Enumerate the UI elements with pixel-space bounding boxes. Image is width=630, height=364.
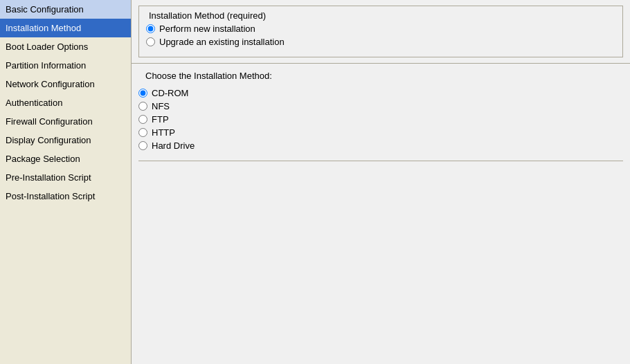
- radio-method-cdrom[interactable]: [138, 89, 147, 98]
- radio-label-method-http[interactable]: HTTP: [138, 127, 623, 138]
- radio-label-opt-upgrade[interactable]: Upgrade an existing installation: [146, 37, 615, 47]
- radio-opt-new[interactable]: [146, 24, 155, 33]
- radio-label-opt-new[interactable]: Perform new installation: [146, 24, 615, 34]
- sidebar-item-authentication[interactable]: Authentication: [0, 93, 131, 112]
- sidebar-item-firewall-configuration[interactable]: Firewall Configuration: [0, 112, 131, 131]
- installation-method-group: CD-ROMNFSFTPHTTPHard Drive: [138, 85, 623, 154]
- choose-method-section: Choose the Installation Method: CD-ROMNF…: [132, 71, 630, 154]
- radio-label-method-cdrom[interactable]: CD-ROM: [138, 88, 623, 98]
- choose-method-title: Choose the Installation Method:: [145, 71, 616, 81]
- app-container: Basic ConfigurationInstallation MethodBo…: [0, 0, 630, 364]
- radio-text-opt-upgrade: Upgrade an existing installation: [159, 37, 285, 47]
- sidebar-item-package-selection[interactable]: Package Selection: [0, 149, 131, 168]
- radio-text-method-nfs: NFS: [152, 101, 170, 111]
- sidebar-item-post-installation-script[interactable]: Post-Installation Script: [0, 187, 131, 206]
- sidebar: Basic ConfigurationInstallation MethodBo…: [0, 0, 132, 364]
- radio-text-method-http: HTTP: [152, 127, 175, 138]
- radio-label-method-ftp[interactable]: FTP: [138, 114, 623, 125]
- sidebar-item-network-configuration[interactable]: Network Configuration: [0, 75, 131, 93]
- section-divider-2: [138, 161, 623, 161]
- sidebar-item-pre-installation-script[interactable]: Pre-Installation Script: [0, 168, 131, 187]
- radio-text-opt-new: Perform new installation: [159, 24, 255, 34]
- radio-text-method-cdrom: CD-ROM: [152, 88, 188, 98]
- radio-opt-upgrade[interactable]: [146, 37, 155, 46]
- sidebar-item-basic-configuration[interactable]: Basic Configuration: [0, 0, 131, 19]
- radio-text-method-harddrive: Hard Drive: [152, 140, 195, 151]
- sidebar-item-boot-loader-options[interactable]: Boot Loader Options: [0, 37, 131, 56]
- radio-text-method-ftp: FTP: [152, 114, 169, 125]
- installation-method-legend: Installation Method (required): [146, 10, 615, 21]
- radio-method-http[interactable]: [138, 128, 147, 137]
- radio-label-method-nfs[interactable]: NFS: [138, 101, 623, 111]
- installation-type-group: Perform new installationUpgrade an exist…: [146, 21, 615, 50]
- installation-method-section: Installation Method (required) Perform n…: [138, 6, 623, 57]
- sidebar-item-installation-method[interactable]: Installation Method: [0, 19, 131, 37]
- sidebar-item-display-configuration[interactable]: Display Configuration: [0, 131, 131, 149]
- radio-label-method-harddrive[interactable]: Hard Drive: [138, 140, 623, 151]
- section-divider: [132, 63, 630, 64]
- main-content: Installation Method (required) Perform n…: [132, 0, 630, 364]
- radio-method-ftp[interactable]: [138, 115, 147, 124]
- radio-method-nfs[interactable]: [138, 102, 147, 111]
- radio-method-harddrive[interactable]: [138, 141, 147, 150]
- sidebar-item-partition-information[interactable]: Partition Information: [0, 56, 131, 75]
